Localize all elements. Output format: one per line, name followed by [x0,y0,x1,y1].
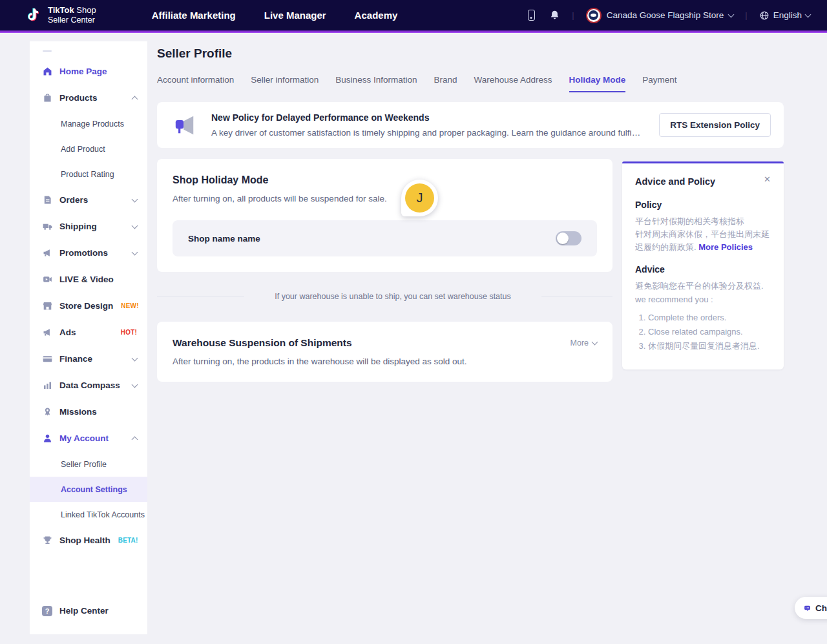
sidebar-item-orders[interactable]: Orders [30,187,147,213]
sidebar-item-live-video[interactable]: LIVE & Video [30,266,147,293]
tab-brand[interactable]: Brand [434,75,457,92]
holiday-mode-toggle[interactable] [556,231,581,245]
language-label: English [773,10,802,20]
policy-text: 平台针对假期的相关考核指标 针对周末商家休假，平台推出周末延迟履约的新政策. M… [635,215,771,254]
warehouse-card-title: Warehouse Suspension of Shipments [173,337,352,349]
tab-business-information[interactable]: Business Information [335,75,417,92]
more-policies-link[interactable]: More Policies [698,242,753,252]
sidebar-item-label: Shipping [59,222,126,231]
profile-tabs: Account information Seller information B… [157,75,784,93]
banner-title: New Policy for Delayed Performance on We… [211,112,645,123]
warehouse-suspension-card: Warehouse Suspension of Shipments More A… [157,322,612,382]
beta-badge: BETA! [118,537,138,544]
nav-link-live-manager[interactable]: Live Manager [264,10,326,21]
chat-bubble-icon [804,602,811,614]
sidebar-subitem-account-settings[interactable]: Account Settings [30,477,147,502]
nav-right: | Canada Goose Flagship Store | English [525,8,810,23]
sidebar-item-label: Data Compass [59,380,126,390]
more-link[interactable]: More [571,338,597,348]
advice-and-policy-panel: Advice and Policy ✕ Policy 平台针对假期的相关考核指标… [622,161,784,369]
sidebar-item-shipping[interactable]: Shipping [30,213,147,240]
sidebar-subitem-product-rating[interactable]: Product Rating [30,161,147,187]
brand-subtitle: Seller Center [48,16,96,25]
shop-toggle-row: Shop name name [173,220,597,256]
sidebar-item-shop-health[interactable]: Shop Health BETA! [30,527,147,554]
person-icon [41,433,53,444]
globe-icon [759,10,769,21]
products-bag-icon [41,92,53,104]
sidebar-item-help-center[interactable]: ? Help Center [30,597,147,624]
sidebar-item-finance[interactable]: Finance [30,346,147,372]
holiday-card-description: After turning on, all products will be s… [173,194,597,203]
close-icon[interactable]: ✕ [764,175,771,183]
advice-list: Complete the orders. Close related campa… [648,311,771,353]
chevron-up-icon [132,96,138,102]
banner-texts: New Policy for Delayed Performance on We… [211,112,645,138]
nav-link-academy[interactable]: Academy [355,10,398,21]
warehouse-hint-divider: If your warehouse is unable to ship, you… [157,292,612,301]
nav-link-affiliate-marketing[interactable]: Affiliate Marketing [152,10,236,21]
brand-name-bold: TikTok [48,5,74,15]
sidebar-subitem-seller-profile[interactable]: Seller Profile [30,452,147,477]
more-label: More [571,338,589,348]
rts-extension-policy-button[interactable]: RTS Extension Policy [659,113,771,137]
holiday-card-title: Shop Holiday Mode [173,174,597,186]
brand[interactable]: TikTok Shop Seller Center [26,6,96,25]
store-switcher[interactable]: Canada Goose Flagship Store [586,8,734,23]
chat-label: Ch [815,603,827,613]
chat-button[interactable]: Ch [795,597,827,619]
nav-separator: | [572,10,574,20]
sidebar-item-label: Promotions [59,248,126,258]
chevron-down-icon [592,339,598,346]
storefront-icon [41,300,53,312]
trophy-icon [41,535,53,546]
sidebar-item-ads[interactable]: Ads HOT! [30,319,147,346]
video-icon [41,274,53,286]
tab-seller-information[interactable]: Seller information [251,75,319,92]
sidebar-item-products[interactable]: Products [30,85,147,111]
mobile-app-icon[interactable] [525,10,537,21]
nav-links: Affiliate Marketing Live Manager Academy [152,10,398,21]
sidebar-subitem-manage-products[interactable]: Manage Products [30,111,147,136]
sidebar-item-label: Home Page [59,67,137,76]
warehouse-card-description: After turning on, the products in the wa… [173,357,597,366]
divider-text: If your warehouse is unable to ship, you… [244,292,541,301]
sidebar-item-store-design[interactable]: Store Design NEW! [30,293,147,319]
sidebar-item-label: Missions [59,407,137,417]
collaborator-cursor-pin: J [401,180,438,216]
brand-name-light: Shop [76,5,96,15]
notifications-bell-icon[interactable] [549,10,560,21]
policy-line1: 平台针对假期的相关考核指标 [635,216,744,226]
sidebar-item-missions[interactable]: Missions [30,399,147,425]
advice-panel-header: Advice and Policy ✕ [635,176,771,187]
divider-line [541,296,612,297]
brand-text: TikTok Shop Seller Center [48,6,96,25]
sidebar-item-promotions[interactable]: Promotions [30,240,147,266]
sidebar-item-home-page[interactable]: Home Page [30,58,147,85]
sidebar-item-label: My Account [59,433,126,443]
sidebar-collapse-indicator [43,50,52,52]
tab-account-information[interactable]: Account information [157,75,234,92]
tab-warehouse-address[interactable]: Warehouse Address [474,75,552,92]
sidebar-item-my-account[interactable]: My Account [30,425,147,452]
tab-holiday-mode[interactable]: Holiday Mode [569,75,626,92]
sidebar-item-label: Help Center [59,606,137,616]
store-name: Canada Goose Flagship Store [607,10,724,20]
chevron-down-icon [132,355,138,361]
credit-card-icon [41,353,53,365]
advice-panel-title: Advice and Policy [635,176,715,187]
shop-name-label: Shop name name [188,234,260,244]
sidebar-item-data-compass[interactable]: Data Compass [30,372,147,399]
sidebar-subitem-linked-tiktok-accounts[interactable]: Linked TikTok Accounts [30,502,147,527]
sidebar-item-label: Products [59,93,126,103]
chevron-down-icon [805,11,811,17]
warehouse-card-header: Warehouse Suspension of Shipments More [173,337,597,349]
chevron-down-icon [132,381,138,388]
orders-document-icon [41,194,53,206]
advice-list-item: 休假期间尽量回复消息者消息. [648,340,771,353]
language-switcher[interactable]: English [759,10,810,21]
sidebar-subitem-add-product[interactable]: Add Product [30,136,147,161]
tab-payment[interactable]: Payment [642,75,676,92]
new-badge: NEW! [121,302,138,309]
advice-list-item: Close related campaigns. [648,326,771,338]
